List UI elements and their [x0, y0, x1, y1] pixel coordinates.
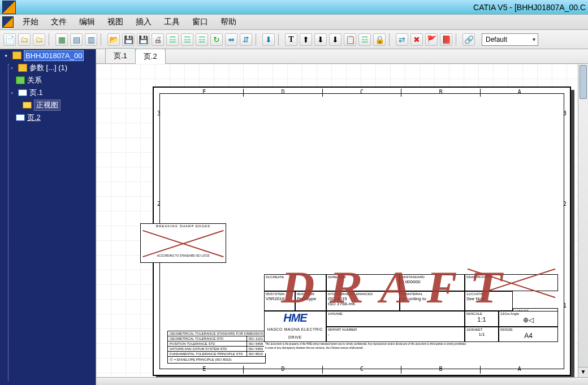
tb-tree2-icon[interactable]: ⇵	[240, 33, 252, 46]
tab-sheet2[interactable]: 页.2	[135, 49, 166, 64]
tb-list2-icon[interactable]: ☲	[181, 33, 193, 46]
menu-edit[interactable]: 编辑	[74, 15, 101, 29]
tb-list3-icon[interactable]: ☲	[196, 33, 208, 46]
menu-view[interactable]: 视图	[102, 15, 129, 29]
view-icon	[23, 102, 32, 109]
standards-table: GEOMETRICAL TOLERANCE STANDARD FOR DIMEN…	[167, 331, 266, 364]
tb-up-icon[interactable]: ⬆	[300, 33, 312, 46]
drawing-canvas[interactable]: EDCBA EDCBA 3 2 3 2 1 BREAKING SHARP EDG…	[96, 64, 578, 377]
tb-swap-icon[interactable]: ⇄	[396, 33, 408, 46]
tree-frontview[interactable]: 正视图	[34, 100, 60, 111]
hscroll-area[interactable]	[96, 377, 588, 385]
sheet-icon	[18, 89, 27, 96]
style-combo[interactable]: Default	[482, 33, 538, 46]
window-title: CATIA V5 - [BHHJ01807A_00.C	[473, 3, 586, 12]
tb-sheet-icon[interactable]: ▤	[70, 33, 83, 46]
menu-file[interactable]: 文件	[45, 15, 72, 29]
tb-tree-icon[interactable]: ⇴	[225, 33, 237, 46]
tree-root[interactable]: BHHJ01807A_00	[24, 50, 84, 61]
tb-flag-icon[interactable]: 🚩	[425, 33, 438, 46]
tb-import-icon[interactable]: ⬇	[262, 33, 275, 46]
tree-sheet1[interactable]: 页.1	[29, 88, 43, 98]
menu-window[interactable]: 窗口	[187, 15, 214, 29]
vertical-scrollbar[interactable]: ▼	[578, 64, 588, 377]
tree-params[interactable]: 参数 [...] (1)	[29, 63, 67, 73]
spec-tree[interactable]: ▪ BHHJ01807A_00 ◦ 参数 [...] (1) 关系 ◦ 页.1 …	[0, 49, 96, 385]
tb-saveall-icon[interactable]: 💾	[137, 33, 149, 46]
tb-save-icon[interactable]: 💾	[122, 33, 135, 46]
tb-link-icon[interactable]: 🔗	[462, 33, 475, 46]
tb-excel-icon[interactable]: ▦	[55, 33, 68, 46]
menu-start[interactable]: 开始	[17, 15, 44, 29]
params-icon	[18, 64, 27, 72]
tb-down2-icon[interactable]: ⬇	[329, 33, 341, 46]
main-area: ▪ BHHJ01807A_00 ◦ 参数 [...] (1) 关系 ◦ 页.1 …	[0, 49, 588, 385]
tb-open-icon[interactable]: 🗂	[18, 33, 31, 46]
tb-folder-icon[interactable]: 🗂	[33, 33, 45, 46]
tb-text-icon[interactable]: T	[285, 33, 297, 46]
tb-print-icon[interactable]: 🖨	[152, 33, 164, 46]
expand-icon[interactable]: ▪	[2, 51, 10, 59]
scroll-thumb[interactable]	[580, 65, 587, 99]
menu-insert[interactable]: 插入	[130, 15, 157, 29]
tb-book-icon[interactable]: 📕	[440, 33, 452, 46]
tb-new-icon[interactable]: 📄	[3, 33, 16, 46]
toolbar: 📄 🗂 🗂 ▦ ▤ ▥ 📂 💾 💾 🖨 ☲ ☲ ☲ ↻ ⇴ ⇵ ⬇ T ⬆ ⬇ …	[0, 30, 588, 49]
doc-icon	[2, 16, 14, 28]
tree-sheet2[interactable]: 页.2	[27, 113, 41, 123]
drawing-sheet: EDCBA EDCBA 3 2 3 2 1 BREAKING SHARP EDG…	[153, 86, 571, 376]
expand-icon[interactable]: ◦	[8, 64, 16, 72]
sharp-edges-block: BREAKING SHARP EDGES ACCORDING TO STANDA…	[140, 223, 226, 263]
title-bar: CATIA V5 - [BHHJ01807A_00.C	[0, 0, 588, 14]
hme-logo: HME	[283, 312, 306, 324]
tb-paste-icon[interactable]: 📋	[344, 33, 356, 46]
relations-icon	[16, 76, 25, 84]
tab-sheet1[interactable]: 页.1	[105, 48, 136, 63]
workspace: 页.1 页.2 EDCBA EDCBA 3 2 3 2	[96, 49, 588, 385]
title-block: 01/CREATE 02/REVIEW 04/STANDARD0.000000 …	[264, 274, 557, 365]
sheet-tabs: 页.1 页.2	[96, 49, 588, 64]
drawing-icon	[12, 51, 21, 59]
sheet-icon	[16, 114, 25, 121]
expand-icon[interactable]: ◦	[8, 89, 16, 97]
scroll-down-icon[interactable]: ▼	[578, 367, 588, 377]
menu-help[interactable]: 帮助	[215, 15, 242, 29]
tb-listx-icon[interactable]: ☲	[358, 33, 371, 46]
menu-tools[interactable]: 工具	[158, 15, 185, 29]
tb-table-icon[interactable]: ▥	[85, 33, 97, 46]
app-icon	[2, 1, 16, 14]
tb-lock-icon[interactable]: 🔒	[373, 33, 386, 46]
menu-bar: 开始 文件 编辑 视图 插入 工具 窗口 帮助	[0, 14, 588, 30]
tb-delete-icon[interactable]: ✖	[410, 33, 423, 46]
tb-list-icon[interactable]: ☲	[166, 33, 179, 46]
tree-relations[interactable]: 关系	[27, 75, 42, 85]
tb-refresh-icon[interactable]: ↻	[210, 33, 223, 46]
tb-open2-icon[interactable]: 📂	[107, 33, 120, 46]
tb-down-icon[interactable]: ⬇	[314, 33, 327, 46]
